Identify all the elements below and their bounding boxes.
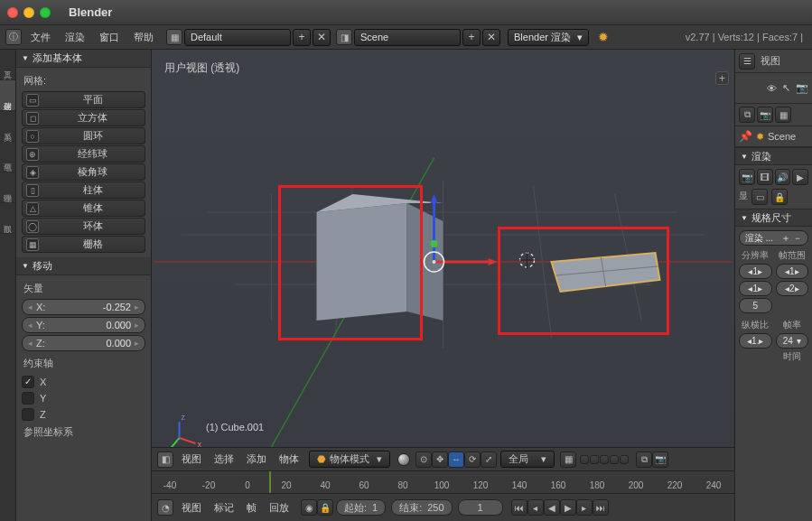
scene-browse-icon[interactable]: ◨ — [336, 29, 352, 45]
layout-dropdown[interactable]: Default — [184, 29, 291, 46]
layer-grid[interactable] — [580, 455, 629, 464]
dimensions-section-header[interactable]: ▼规格尺寸 — [735, 209, 812, 227]
scene-remove-button[interactable]: ✕ — [482, 29, 500, 46]
res-y-field[interactable]: ◂ 1 ▸ — [739, 281, 772, 296]
add-grid-button[interactable]: ▦栅格 — [22, 236, 145, 253]
display-mode-dropdown[interactable]: ▭ — [751, 189, 768, 205]
scene-name[interactable]: Scene — [768, 131, 796, 142]
menu-render[interactable]: 渲染 — [58, 31, 92, 44]
play-reverse-icon[interactable]: ◀ — [544, 499, 560, 516]
orientation-dropdown[interactable]: 全局▾ — [500, 451, 555, 468]
add-torus-button[interactable]: ◯环体 — [22, 218, 145, 235]
play-icon[interactable]: ▶ — [560, 499, 576, 516]
frame-start-field[interactable]: ◂ 1 ▸ — [776, 264, 809, 279]
lock-icon[interactable]: 🔒 — [317, 499, 333, 516]
layers-button[interactable]: ▦ — [560, 451, 576, 468]
selectable-cursor-icon[interactable]: ↖ — [782, 82, 790, 94]
timeline-menu-marker[interactable]: 标记 — [208, 501, 240, 515]
manipulator-translate[interactable]: ↔ — [448, 451, 464, 468]
render-anim-button[interactable]: 🎞 — [757, 169, 773, 185]
maximize-window-icon[interactable] — [40, 7, 51, 18]
manipulator-scale[interactable]: ⤢ — [481, 451, 497, 468]
timeline-ruler[interactable]: -40 -20 0 20 40 60 80 100 120 140 160 18… — [152, 470, 734, 494]
constraint-x-checkbox[interactable] — [22, 376, 34, 388]
timeline-editor-type-icon[interactable]: ◔ — [157, 499, 173, 516]
props-editor-icon[interactable]: ⧉ — [739, 107, 755, 123]
layout-add-button[interactable]: + — [293, 29, 311, 46]
render-preview-icon[interactable]: 📷 — [652, 451, 668, 468]
end-frame-field[interactable]: 结束:250 — [391, 499, 452, 516]
current-frame-field[interactable]: 1 — [458, 499, 503, 516]
viewport-menu-select[interactable]: 选择 — [208, 452, 240, 466]
layout-remove-button[interactable]: ✕ — [313, 29, 331, 46]
next-keyframe-icon[interactable]: ▸ — [576, 499, 593, 516]
jump-end-icon[interactable]: ⏭ — [593, 499, 609, 516]
viewport-3d[interactable]: 用户视图 (透视) + — [152, 50, 734, 470]
shading-mode-icon[interactable] — [397, 453, 410, 466]
move-x-field[interactable]: ◂X:-0.252▸ — [22, 299, 145, 315]
tool-tab[interactable]: 工具 — [0, 50, 15, 80]
tool-tab[interactable]: 关系 — [0, 111, 15, 142]
add-uvsphere-button[interactable]: ⊕经纬球 — [22, 145, 145, 163]
render-preset-dropdown[interactable]: 渲染 ...＋－ — [739, 230, 808, 246]
move-y-field[interactable]: ◂Y:0.000▸ — [22, 317, 145, 333]
jump-start-icon[interactable]: ⏮ — [511, 499, 527, 516]
menu-file[interactable]: 文件 — [23, 31, 58, 44]
lock-ui-icon[interactable]: 🔒 — [771, 189, 788, 205]
render-image-button[interactable]: 📷 — [739, 169, 755, 185]
mode-dropdown[interactable]: ⬣ 物体模式▾ — [309, 451, 390, 468]
menu-help[interactable]: 帮助 — [126, 31, 161, 44]
panel-move-header[interactable]: ▼移动 — [16, 257, 151, 275]
outliner-editor-icon[interactable]: ☰ — [739, 53, 755, 70]
aspect-field[interactable]: ◂ 1. ▸ — [739, 333, 772, 349]
start-frame-field[interactable]: 起始:1 — [336, 499, 386, 516]
prev-keyframe-icon[interactable]: ◂ — [527, 499, 544, 516]
add-circle-button[interactable]: ○圆环 — [22, 127, 145, 144]
renderable-camera-icon[interactable]: 📷 — [796, 82, 808, 94]
scene-add-button[interactable]: + — [462, 29, 481, 46]
menu-window[interactable]: 窗口 — [92, 31, 126, 44]
timeline-menu-playback[interactable]: 回放 — [263, 501, 295, 515]
tool-tab[interactable]: 抓取 — [0, 203, 15, 234]
render-engine-dropdown[interactable]: Blender 渲染▾ — [508, 29, 589, 46]
constraint-z-checkbox[interactable] — [22, 408, 34, 421]
timeline-cursor[interactable] — [269, 471, 271, 493]
panel-add-primitive-header[interactable]: ▼添加基本体 — [16, 50, 151, 68]
constraint-y-checkbox[interactable] — [22, 392, 34, 405]
scene-dropdown[interactable]: Scene — [354, 29, 461, 46]
pivot-icon[interactable]: ⊙ — [415, 451, 432, 468]
add-plane-button[interactable]: ▭平面 — [22, 91, 145, 108]
timeline-menu-frame[interactable]: 帧 — [240, 501, 263, 515]
render-audio-button[interactable]: 🔊 — [775, 169, 791, 185]
framerate-field[interactable]: 24▾ — [776, 333, 809, 349]
add-cylinder-button[interactable]: ▯柱体 — [22, 181, 145, 199]
res-pct-field[interactable]: 5 — [739, 298, 772, 313]
render-play-button[interactable]: ▶ — [792, 169, 808, 185]
minimize-window-icon[interactable] — [23, 7, 34, 18]
timeline-menu-view[interactable]: 视图 — [175, 501, 208, 515]
layers-tab-icon[interactable]: ▦ — [775, 107, 791, 123]
tool-tab[interactable]: 创建 — [0, 80, 15, 111]
close-window-icon[interactable] — [7, 7, 18, 18]
viewport-menu-object[interactable]: 物体 — [273, 452, 305, 466]
tool-tab[interactable]: 物理 — [0, 172, 15, 203]
tool-tab[interactable]: 画笔 — [0, 142, 15, 172]
frame-end-field[interactable]: ◂ 2 ▸ — [776, 281, 809, 296]
add-icosphere-button[interactable]: ◈棱角球 — [22, 163, 145, 181]
move-z-field[interactable]: ◂Z:0.000▸ — [22, 335, 145, 351]
pin-icon[interactable]: 📌 — [739, 130, 752, 143]
snap-icon[interactable]: ⧉ — [636, 451, 652, 468]
manipulator-toggle[interactable]: ✥ — [432, 451, 448, 468]
render-tab-icon[interactable]: 📷 — [757, 107, 773, 123]
add-cube-button[interactable]: ◻立方体 — [22, 109, 145, 126]
visibility-eye-icon[interactable]: 👁 — [767, 83, 777, 94]
manipulator-rotate[interactable]: ⟳ — [464, 451, 481, 468]
viewport-editor-type-icon[interactable]: ◧ — [157, 451, 173, 468]
add-cone-button[interactable]: △锥体 — [22, 200, 145, 217]
viewport-menu-view[interactable]: 视图 — [175, 452, 208, 466]
editor-type-icon[interactable]: ⓘ — [5, 29, 22, 45]
viewport-menu-add[interactable]: 添加 — [240, 452, 273, 466]
auto-keyframe-icon[interactable]: ◉ — [301, 499, 317, 516]
render-section-header[interactable]: ▼渲染 — [735, 147, 812, 165]
screen-layout-icon[interactable]: ▦ — [166, 29, 182, 45]
